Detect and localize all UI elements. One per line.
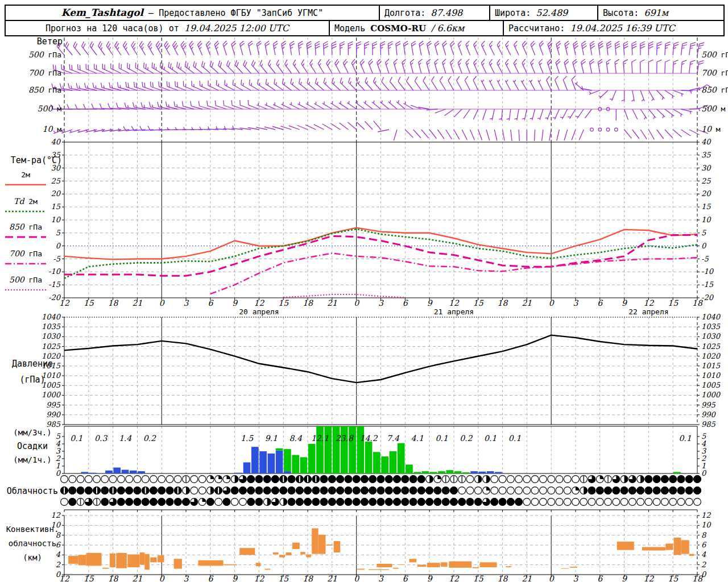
rain-bar bbox=[479, 472, 486, 473]
conv-bar bbox=[292, 543, 300, 549]
conv-xtick: 0 bbox=[159, 574, 165, 582]
temp-xtick: 3 bbox=[573, 298, 579, 307]
pressure-ytick-left: 1000 bbox=[42, 390, 61, 399]
temp-xtick: 21 bbox=[133, 298, 143, 307]
conv-bar bbox=[306, 554, 311, 557]
conv-bar bbox=[110, 554, 115, 567]
temp-ytick-left: 20 bbox=[51, 189, 61, 198]
temp-ytick-left: 25 bbox=[51, 177, 60, 185]
pressure-ytick-right: 1010 bbox=[701, 371, 721, 380]
conv-bar bbox=[127, 554, 139, 567]
conv-bar bbox=[68, 556, 78, 564]
snow-bar bbox=[390, 451, 397, 473]
conv-bar bbox=[689, 554, 694, 556]
snow-bar bbox=[373, 452, 380, 473]
precip-3h-sum: 7.4 bbox=[387, 434, 400, 443]
temp-xtick: 9 bbox=[622, 298, 627, 307]
pressure-ytick-left: 1030 bbox=[42, 332, 61, 340]
wind-level-label-right: 10 м bbox=[701, 124, 721, 134]
temp-ytick-left: 15 bbox=[51, 202, 60, 211]
precip-3h-units: (мм/3ч.) bbox=[13, 428, 51, 437]
temp-xtick: 15 bbox=[473, 298, 484, 307]
rain-bar bbox=[495, 472, 502, 473]
conv-bar bbox=[377, 564, 392, 567]
wind-level-label-right: 500 м bbox=[701, 104, 726, 113]
pressure-panel-title: Давление bbox=[12, 359, 53, 369]
temp-ytick-left: 5 bbox=[56, 228, 61, 237]
rain-bar bbox=[113, 468, 121, 473]
conv-bar bbox=[642, 547, 665, 550]
snow-bar bbox=[422, 471, 429, 473]
temp-xtick: 15 bbox=[668, 298, 679, 307]
rain-bar bbox=[268, 454, 275, 473]
temp-xtick: 12 bbox=[59, 298, 70, 307]
cloud-row bbox=[61, 487, 701, 494]
temp-xtick: 0 bbox=[549, 298, 555, 307]
conv-xtick: 0 bbox=[354, 574, 359, 582]
snow-bar bbox=[673, 472, 681, 473]
temp-ytick-right: 25 bbox=[701, 177, 711, 185]
conv-bar bbox=[326, 544, 332, 546]
wind-level-label-left: 500 гПа bbox=[28, 50, 61, 59]
snow-bar bbox=[398, 443, 405, 473]
conv-xtick: 18 bbox=[303, 574, 313, 582]
conv-bar bbox=[399, 564, 403, 565]
snow-bar bbox=[381, 456, 388, 473]
snow-bar bbox=[413, 472, 421, 473]
conv-xtick: 12 bbox=[449, 574, 460, 582]
pressure-ytick-right: 1040 bbox=[701, 313, 721, 321]
temp-ytick-right: 35 bbox=[701, 151, 711, 159]
temp-ytick-right: 0 bbox=[701, 242, 707, 250]
temp-ytick-left: -5 bbox=[53, 255, 60, 263]
temp-xtick: 12 bbox=[643, 298, 654, 307]
conv-bar bbox=[561, 568, 569, 569]
conv-ytick-right: 8 bbox=[701, 531, 707, 539]
conv-xtick: 3 bbox=[378, 574, 384, 582]
conv-bar bbox=[279, 555, 285, 557]
conv-bar bbox=[158, 555, 164, 562]
pressure-ytick-right: 995 bbox=[701, 401, 716, 409]
conv-bar bbox=[417, 565, 427, 567]
conv-bar bbox=[318, 535, 326, 554]
wind-level-label-right: 700 гПа bbox=[701, 68, 728, 77]
precip-1h-units: (мм/1ч.) bbox=[13, 455, 51, 464]
pressure-ytick-right: 1035 bbox=[701, 322, 721, 331]
conv-bar bbox=[665, 543, 673, 550]
temp-xtick: 6 bbox=[208, 298, 213, 307]
conv-ytick-left: 2 bbox=[56, 560, 61, 569]
conv-xtick: 15 bbox=[84, 574, 94, 582]
pressure-ytick-left: 1035 bbox=[42, 322, 61, 331]
temp-xtick: 6 bbox=[597, 298, 603, 307]
rain-bar bbox=[89, 473, 97, 473]
clouds-panel-title: Облачность bbox=[7, 486, 58, 496]
conv-ytick-left: 6 bbox=[56, 541, 61, 549]
snow-bar bbox=[300, 457, 308, 473]
temp-xtick: 18 bbox=[692, 298, 703, 307]
meteogram-chart: Ветер500 гПа500 гПа700 гПа700 гПа850 гПа… bbox=[0, 0, 728, 582]
conv-panel-units: (км) bbox=[23, 553, 42, 562]
conv-bar bbox=[144, 554, 150, 570]
rain-bar bbox=[105, 471, 113, 473]
series-t500 bbox=[283, 294, 405, 297]
temp-xtick: 12 bbox=[254, 298, 265, 307]
snow-bar bbox=[446, 470, 453, 473]
conv-ytick-right: 10 bbox=[701, 521, 712, 529]
pressure-ytick-right: 1000 bbox=[701, 390, 721, 399]
pressure-ytick-right: 990 bbox=[701, 410, 717, 419]
temp-ytick-right: -10 bbox=[701, 267, 714, 276]
conv-xtick: 9 bbox=[232, 574, 238, 582]
legend-label-t850: 850 гПа bbox=[9, 222, 42, 231]
conv-bar bbox=[506, 566, 511, 567]
conv-xtick: 21 bbox=[522, 574, 532, 582]
conv-bar bbox=[674, 538, 681, 555]
conv-bar bbox=[441, 562, 447, 567]
temp-xtick: 21 bbox=[327, 298, 337, 307]
conv-bar bbox=[198, 560, 223, 566]
rain-bar bbox=[284, 471, 291, 473]
conv-panel-title-1: Конвективн. bbox=[6, 525, 59, 534]
precip-3h-sum: 0.3 bbox=[94, 434, 107, 443]
conv-bar bbox=[174, 559, 182, 568]
temp-xtick: 18 bbox=[108, 298, 119, 307]
temp-xtick: 0 bbox=[159, 298, 165, 307]
precip-3h-sum: 1.5 bbox=[241, 434, 254, 443]
